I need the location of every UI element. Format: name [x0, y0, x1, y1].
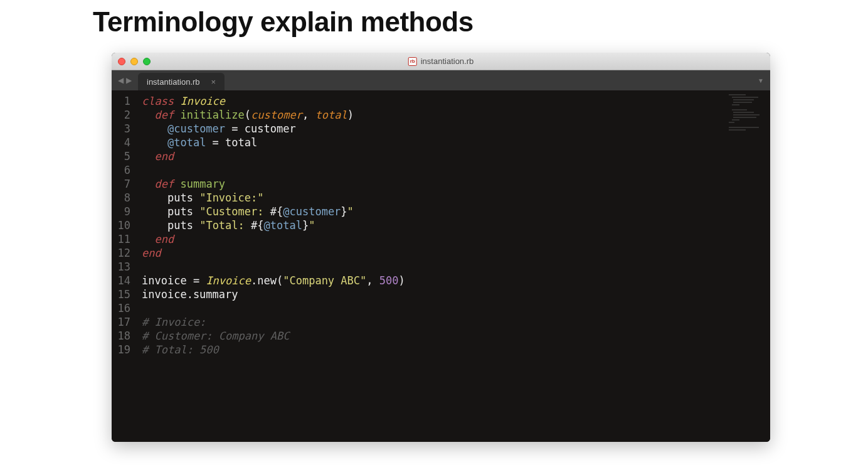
page-title: Terminology explain methods: [93, 6, 868, 38]
window-filename: instantiation.rb: [421, 56, 474, 66]
comment: # Total: 500: [142, 343, 219, 356]
line-number: 5: [112, 149, 137, 163]
line-number: 11: [112, 232, 137, 246]
line-number-gutter: 1 2 3 4 5 6 7 8 9 10 11 12 13 14 15 16 1…: [112, 90, 137, 442]
local-var: customer: [245, 122, 296, 135]
editor-body: 1 2 3 4 5 6 7 8 9 10 11 12 13 14 15 16 1…: [112, 90, 770, 442]
line-number: 10: [112, 218, 137, 232]
paren-close: ): [398, 274, 405, 287]
string-literal: "Customer:: [199, 205, 270, 218]
nav-forward-icon[interactable]: ▶: [126, 76, 132, 85]
window-minimize-button[interactable]: [130, 58, 138, 65]
line-number: 4: [112, 136, 137, 149]
string-literal: "Total:: [199, 219, 251, 232]
line-number: 15: [112, 287, 137, 301]
interp-open: #{: [270, 205, 283, 218]
line-number: 12: [112, 246, 137, 260]
line-number: 16: [112, 301, 137, 315]
nav-back-icon[interactable]: ◀: [118, 76, 124, 85]
instance-var: @total: [264, 219, 302, 232]
line-number: 13: [112, 260, 137, 274]
tab-close-icon[interactable]: ×: [211, 77, 216, 87]
line-number: 6: [112, 163, 137, 177]
local-var: total: [225, 136, 257, 149]
line-number: 1: [112, 94, 137, 108]
tab-dropdown-icon[interactable]: ▼: [758, 77, 764, 84]
method-name: initialize: [180, 109, 244, 121]
method-name: summary: [180, 178, 225, 190]
number-literal: 500: [379, 274, 399, 287]
paren-open: (: [245, 109, 251, 121]
string-literal: "Invoice:": [199, 191, 263, 204]
comma: ,: [366, 274, 379, 287]
comma: ,: [302, 109, 315, 121]
keyword-end: end: [154, 233, 174, 245]
equals: =: [187, 274, 206, 287]
traffic-lights: [118, 58, 151, 65]
line-number: 18: [112, 329, 137, 343]
line-number: 3: [112, 122, 137, 136]
window-titlebar: rb instantiation.rb: [112, 53, 770, 70]
class-name: Invoice: [206, 274, 251, 287]
string-literal: "Company ABC": [283, 274, 366, 287]
local-var: invoice: [142, 274, 187, 287]
class-name: Invoice: [180, 95, 225, 107]
tab-instantiation[interactable]: instantiation.rb ×: [138, 73, 225, 90]
interp-open: #{: [251, 219, 263, 232]
interp-close: }: [302, 219, 309, 232]
keyword-def: def: [154, 178, 174, 190]
equals: =: [206, 136, 225, 149]
comment: # Invoice:: [142, 316, 206, 328]
method-call: .new(: [251, 274, 283, 287]
instance-var: @customer: [167, 122, 225, 135]
keyword-def: def: [154, 109, 174, 121]
code-area[interactable]: class Invoice def initialize(customer, t…: [137, 90, 770, 442]
param: total: [315, 109, 347, 121]
line-number: 14: [112, 274, 137, 287]
keyword-class: class: [142, 95, 174, 107]
tab-bar: ◀ ▶ instantiation.rb × ▼: [112, 70, 770, 90]
tab-label: instantiation.rb: [147, 77, 200, 87]
window-close-button[interactable]: [118, 58, 125, 65]
instance-var: @customer: [283, 205, 341, 218]
window-zoom-button[interactable]: [143, 58, 151, 65]
line-number: 9: [112, 205, 137, 218]
interp-close: }: [341, 205, 347, 218]
string-literal: ": [347, 205, 354, 218]
tab-nav-arrows: ◀ ▶: [112, 70, 138, 90]
comment: # Customer: Company ABC: [142, 330, 289, 342]
minimap[interactable]: [729, 94, 766, 144]
line-number: 19: [112, 343, 137, 357]
keyword-end: end: [154, 150, 174, 163]
call-puts: puts: [167, 219, 193, 232]
ruby-file-icon: rb: [408, 57, 417, 66]
line-number: 2: [112, 108, 137, 122]
line-number: 7: [112, 177, 137, 191]
instance-var: @total: [167, 136, 206, 149]
editor-window: rb instantiation.rb ◀ ▶ instantiation.rb…: [112, 53, 770, 442]
paren-close: ): [347, 109, 354, 121]
method-call: invoice.summary: [142, 288, 238, 301]
param: customer: [251, 109, 302, 121]
call-puts: puts: [167, 205, 193, 218]
call-puts: puts: [167, 191, 193, 204]
equals: =: [225, 122, 245, 135]
window-title: rb instantiation.rb: [408, 56, 474, 66]
keyword-end: end: [142, 247, 161, 259]
line-number: 17: [112, 315, 137, 329]
line-number: 8: [112, 191, 137, 205]
string-literal: ": [309, 219, 315, 232]
